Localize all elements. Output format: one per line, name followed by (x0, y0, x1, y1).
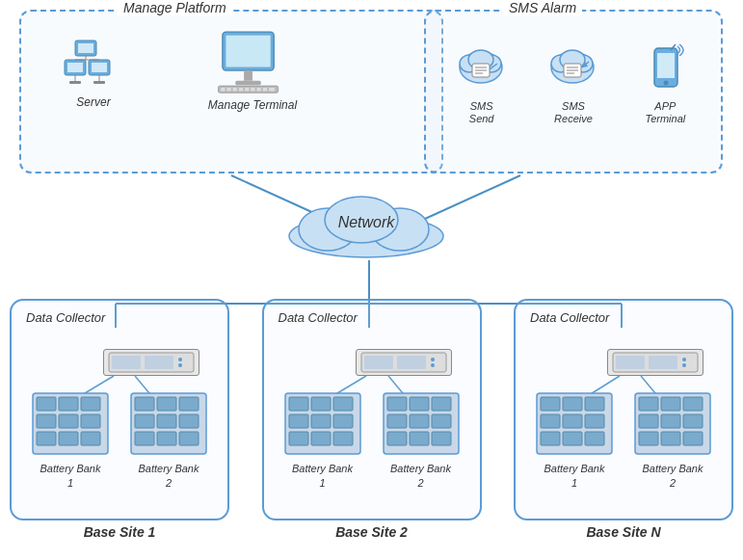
sms-send-label: SMSSend (445, 100, 517, 125)
svg-rect-141 (683, 397, 703, 411)
site-n-collector-label: Data Collector (530, 310, 609, 325)
battery-bank-5-icon (536, 392, 613, 455)
svg-rect-117 (387, 414, 407, 428)
sms-receive-item: SMSReceive (537, 40, 609, 125)
svg-rect-84 (81, 414, 100, 428)
site-1-bank-2: Battery Bank 2 (125, 392, 212, 490)
svg-rect-122 (432, 432, 451, 445)
sms-alarm-label: SMS Alarm (503, 0, 582, 15)
svg-rect-85 (37, 432, 56, 445)
svg-rect-139 (639, 397, 658, 411)
site-2-bank-1: Battery Bank 1 (279, 392, 366, 490)
svg-rect-91 (179, 397, 199, 411)
sms-receive-label: SMSReceive (537, 100, 609, 125)
svg-rect-145 (639, 432, 658, 445)
svg-rect-135 (541, 432, 560, 445)
svg-rect-107 (289, 414, 308, 428)
site-1-bank-1-label: Battery Bank 1 (27, 462, 114, 490)
site-2-bank-2: Battery Bank 2 (378, 392, 464, 490)
battery-bank-4-icon (383, 392, 460, 455)
svg-rect-83 (59, 414, 78, 428)
base-site-1: Data Collector (10, 299, 229, 520)
svg-rect-34 (244, 70, 252, 81)
app-terminal-icon (639, 40, 692, 93)
site-2-collector-label: Data Collector (279, 310, 358, 325)
site-1-bank-1: Battery Bank 1 (27, 392, 114, 490)
svg-rect-39 (233, 88, 237, 92)
manage-platform-label: Manage Platform (118, 0, 232, 15)
svg-rect-115 (410, 397, 429, 411)
svg-rect-22 (69, 81, 81, 84)
svg-rect-38 (226, 88, 230, 92)
sms-receive-icon (546, 40, 599, 93)
svg-rect-109 (333, 414, 353, 428)
svg-rect-121 (410, 432, 429, 445)
svg-rect-74 (112, 356, 141, 369)
svg-rect-110 (289, 432, 308, 445)
svg-rect-142 (639, 414, 658, 428)
site-n-collector-device (612, 352, 699, 373)
network-label: Network (270, 214, 463, 231)
svg-rect-111 (311, 432, 331, 445)
svg-rect-44 (263, 88, 267, 92)
svg-rect-82 (37, 414, 56, 428)
svg-rect-106 (333, 397, 353, 411)
site-1-bank-2-label: Battery Bank 2 (125, 462, 212, 490)
site-n-collector (607, 349, 713, 376)
site-n-bank-2-label: Battery Bank 2 (629, 462, 716, 490)
site-n-bank-2: Battery Bank 2 (629, 392, 716, 490)
diagram-container: Manage Platform (0, 0, 743, 560)
svg-rect-144 (683, 414, 703, 428)
svg-point-76 (178, 358, 182, 361)
svg-rect-89 (135, 397, 154, 411)
svg-rect-28 (78, 43, 93, 53)
sms-send-item: SMSSend (445, 40, 517, 125)
battery-bank-2-icon (130, 392, 207, 455)
site-1-collector-box (103, 349, 199, 376)
site-n-collector-box (607, 349, 703, 376)
svg-rect-147 (683, 432, 703, 445)
svg-rect-79 (37, 397, 56, 411)
svg-rect-120 (387, 432, 407, 445)
svg-rect-94 (179, 414, 199, 428)
svg-point-101 (431, 358, 435, 361)
svg-rect-129 (541, 397, 560, 411)
svg-rect-133 (563, 414, 582, 428)
site-n-bank-1: Battery Bank 1 (531, 392, 618, 490)
svg-rect-92 (135, 414, 154, 428)
svg-rect-24 (92, 63, 107, 72)
svg-rect-119 (432, 414, 451, 428)
svg-point-126 (682, 358, 686, 361)
site-1-collector (103, 349, 209, 376)
svg-rect-43 (256, 88, 260, 92)
svg-point-102 (431, 363, 435, 367)
site-2-collector-device (360, 352, 447, 373)
svg-rect-90 (157, 397, 176, 411)
svg-rect-35 (235, 81, 261, 85)
app-terminal-label: APPTerminal (629, 100, 702, 125)
svg-rect-140 (661, 397, 680, 411)
sms-icons-row: SMSSend SMSReceive (436, 40, 711, 125)
svg-rect-137 (585, 432, 604, 445)
site-2-collector-box (356, 349, 452, 376)
server-label: Server (50, 95, 137, 109)
site-n-footer: Base Site N (516, 524, 731, 540)
svg-point-77 (178, 363, 182, 367)
battery-bank-6-icon (634, 392, 711, 455)
svg-rect-75 (145, 356, 173, 369)
svg-rect-114 (387, 397, 407, 411)
svg-rect-66 (657, 53, 675, 78)
svg-rect-116 (432, 397, 451, 411)
svg-rect-131 (585, 397, 604, 411)
svg-rect-124 (616, 356, 645, 369)
svg-point-67 (663, 81, 668, 86)
svg-rect-87 (81, 432, 100, 445)
svg-rect-42 (251, 88, 254, 92)
site-1-footer: Base Site 1 (12, 524, 227, 540)
svg-rect-99 (364, 356, 393, 369)
base-sites-row: Data Collector (10, 299, 733, 520)
site-n-bank-1-label: Battery Bank 1 (531, 462, 618, 490)
svg-rect-143 (661, 414, 680, 428)
svg-rect-40 (239, 88, 243, 92)
app-terminal-item: APPTerminal (629, 40, 702, 125)
